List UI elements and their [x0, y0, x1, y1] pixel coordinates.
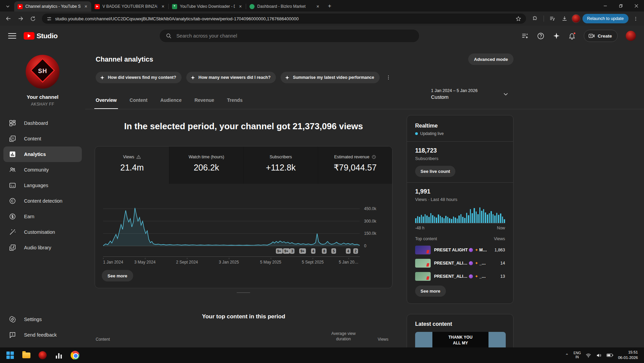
- file-explorer-button[interactable]: [20, 348, 33, 362]
- battery-icon[interactable]: [606, 353, 613, 358]
- analytics-app-button[interactable]: [52, 348, 66, 362]
- start-button[interactable]: [3, 348, 17, 362]
- top-content-row[interactable]: PRESENT_ALIGHT ✦ _M…13: [415, 272, 505, 281]
- minimize-button[interactable]: [597, 0, 613, 12]
- browser-tab-channel-analytics[interactable]: Channel analytics - YouTube Stu ✕: [14, 1, 91, 12]
- chart-plot-area[interactable]: 450.0k300.0k150.0k0: [103, 195, 360, 247]
- sidebar-item-analytics[interactable]: Analytics: [3, 146, 82, 162]
- column-content[interactable]: Content: [96, 337, 325, 342]
- speaker-icon[interactable]: [596, 353, 602, 358]
- site-info-icon[interactable]: [47, 16, 52, 21]
- sidebar-item-earn[interactable]: Earn: [3, 209, 82, 224]
- close-window-button[interactable]: [628, 0, 644, 12]
- channel-avatar[interactable]: SH: [26, 55, 59, 89]
- chart-event-badge[interactable]: 9+: [283, 248, 290, 254]
- restore-button[interactable]: [613, 0, 628, 12]
- chart-event-badge[interactable]: 8: [322, 248, 327, 254]
- chart-marker-badges[interactable]: 9+9+39+48542: [103, 248, 360, 256]
- chart-event-badge[interactable]: 2: [353, 248, 358, 254]
- media-controls-icon[interactable]: [547, 14, 557, 24]
- sidebar-item-community[interactable]: Community: [3, 162, 82, 178]
- tab-audience[interactable]: Audience: [160, 93, 182, 109]
- whats-new-icon[interactable]: [521, 32, 529, 40]
- address-bar[interactable]: studio.youtube.com/channel/UCC2DCqsuwxjB…: [42, 14, 526, 24]
- sidebar-item-dashboard[interactable]: Dashboard: [3, 115, 82, 131]
- sidebar-item-content[interactable]: Content: [3, 131, 82, 146]
- column-average-view-duration[interactable]: Average view duration: [325, 331, 362, 342]
- realtime-bar-chart[interactable]: [415, 207, 505, 223]
- notifications-bell-icon[interactable]: [568, 32, 576, 40]
- ai-sparkle-icon[interactable]: [553, 32, 560, 40]
- tab-close-icon[interactable]: ✕: [238, 4, 243, 9]
- tab-content[interactable]: Content: [129, 93, 147, 109]
- back-button[interactable]: [3, 14, 14, 24]
- metric-subscribers[interactable]: Subscribers +112.8k: [244, 146, 318, 184]
- chart-event-badge[interactable]: 9+: [299, 248, 306, 254]
- language-indicator[interactable]: ENG IN: [574, 351, 581, 360]
- reload-button[interactable]: [28, 14, 38, 24]
- tab-overview[interactable]: Overview: [96, 93, 117, 109]
- youtube-studio-logo[interactable]: Studio: [24, 32, 57, 40]
- tab-close-icon[interactable]: ✕: [160, 4, 166, 9]
- sidebar-item-content-detection[interactable]: Content detection: [3, 193, 82, 209]
- browser-tab-downloader[interactable]: YouTube Video Downloader - D ✕: [169, 1, 246, 12]
- chart-event-badge[interactable]: 5: [331, 248, 336, 254]
- bookmark-star-icon[interactable]: [516, 16, 521, 22]
- tab-revenue[interactable]: Revenue: [194, 93, 214, 109]
- downloads-icon[interactable]: [559, 14, 570, 24]
- date-range-picker[interactable]: 1 Jan 2024 – 5 Jan 2026 Custom: [431, 88, 509, 100]
- help-icon[interactable]: [537, 32, 545, 40]
- browser-tab-bizkro[interactable]: Dashboard - Bizkro Market ✕: [246, 1, 323, 12]
- create-button[interactable]: Create: [584, 30, 618, 42]
- browser-tab-vbadge[interactable]: V BADGE YOUTUBER BINZAID C ✕: [91, 1, 168, 12]
- realtime-see-more-button[interactable]: See more: [415, 286, 446, 297]
- chart-event-badge[interactable]: 4: [346, 248, 351, 254]
- wifi-icon[interactable]: [586, 353, 591, 358]
- see-live-count-button[interactable]: See live count: [415, 166, 455, 177]
- clock-datetime[interactable]: 15:51 06-01-2026: [618, 350, 638, 360]
- new-tab-button[interactable]: +: [325, 2, 334, 10]
- sidebar-item-languages[interactable]: Languages: [3, 178, 82, 193]
- tray-expand-icon[interactable]: ⌃: [565, 353, 569, 358]
- chip-summarise-performance[interactable]: Summarise my latest video performance: [281, 72, 379, 83]
- tab-close-icon[interactable]: ✕: [315, 4, 320, 9]
- tab-search-button[interactable]: [3, 2, 13, 11]
- sidebar-item-customisation[interactable]: Customisation: [3, 224, 82, 240]
- top-content-row[interactable]: PRESENT_ALIGHT ✦ _M…14: [415, 259, 505, 268]
- extensions-icon[interactable]: [530, 14, 540, 24]
- advanced-mode-button[interactable]: Advanced mode: [468, 53, 514, 65]
- chart-see-more-button[interactable]: See more: [102, 270, 133, 281]
- relaunch-to-update-button[interactable]: Relaunch to update: [582, 14, 628, 23]
- browser-profile-avatar[interactable]: [572, 14, 580, 23]
- column-views[interactable]: Views: [362, 337, 392, 342]
- sidebar-item-audio-library[interactable]: Audio library: [3, 240, 82, 255]
- browser-menu-icon[interactable]: [630, 14, 641, 24]
- youtube-favicon: [95, 4, 100, 9]
- studio-profile-avatar[interactable]: [626, 31, 636, 41]
- channel-search-bar[interactable]: [159, 29, 420, 43]
- chart-event-badge[interactable]: 3: [290, 248, 294, 254]
- chips-more-menu-icon[interactable]: [384, 73, 392, 82]
- chart-event-badge[interactable]: 4: [311, 248, 316, 254]
- pinned-app-button[interactable]: [36, 348, 49, 362]
- chrome-taskbar-button[interactable]: [68, 348, 82, 362]
- metric-views[interactable]: Views 21.4m: [95, 146, 169, 184]
- sidebar-item-settings[interactable]: Settings: [3, 312, 82, 327]
- metric-watch-time[interactable]: Watch time (hours) 206.2k: [169, 146, 244, 184]
- search-input[interactable]: [176, 33, 413, 39]
- url-text[interactable]: studio.youtube.com/channel/UCC2DCqsuwxjB…: [55, 16, 299, 21]
- chart-event-badge[interactable]: 9+: [276, 248, 283, 254]
- top-content-row[interactable]: PRESET ALIGHT ✦ M…1,863: [415, 246, 505, 254]
- tab-close-icon[interactable]: ✕: [83, 4, 89, 9]
- chip-how-did-viewers-find[interactable]: How did viewers find my content?: [96, 72, 182, 83]
- sidebar-item-send-feedback[interactable]: Send feedback: [3, 327, 82, 343]
- menu-hamburger-icon[interactable]: [8, 33, 16, 39]
- tab-trends[interactable]: Trends: [227, 93, 243, 109]
- views-line-chart[interactable]: 450.0k300.0k150.0k0 9+9+39+48542 1 Jan 2…: [103, 195, 389, 265]
- forward-button[interactable]: [16, 14, 26, 24]
- chip-new-viewers-reach[interactable]: How many new viewers did I reach?: [186, 72, 276, 83]
- red-app-icon: [39, 351, 47, 359]
- metric-estimated-revenue[interactable]: Estimated revenue ₹79,044.57: [318, 146, 392, 184]
- realtime-bar: [464, 218, 466, 223]
- latest-content-thumbnail[interactable]: THANK YOU ALL MY YOUTUBE FAMILY: [415, 332, 506, 347]
